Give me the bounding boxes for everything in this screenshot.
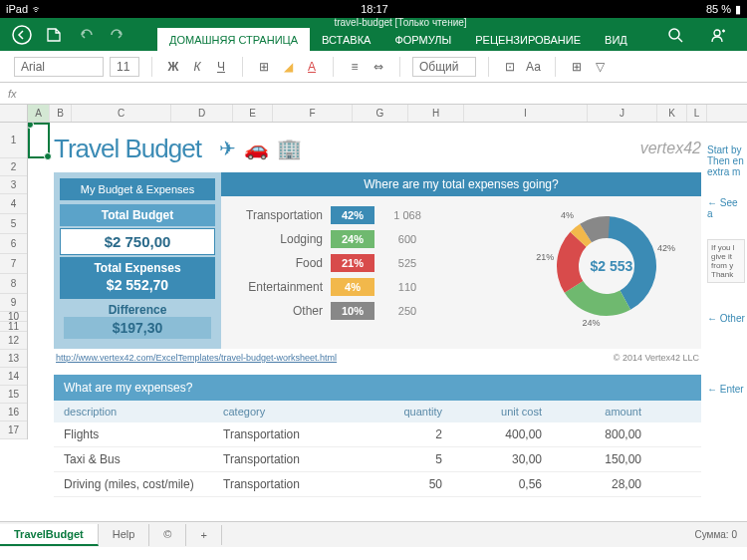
col-header[interactable]: A xyxy=(28,105,50,122)
text-button[interactable]: Аа xyxy=(525,60,543,74)
cell-styles-button[interactable]: ⊡ xyxy=(501,60,519,74)
tab-1[interactable]: ВСТАВКА xyxy=(310,28,382,52)
add-sheet-button[interactable]: + xyxy=(186,525,221,545)
col-header[interactable]: L xyxy=(687,105,707,122)
back-icon[interactable] xyxy=(10,23,34,47)
tab-0[interactable]: ДОМАШНЯЯ СТРАНИЦА xyxy=(157,28,310,52)
insert-cells-button[interactable]: ⊞ xyxy=(568,60,586,74)
cell-selection[interactable] xyxy=(28,123,50,158)
page-title: Travel Budget xyxy=(54,134,201,164)
wifi-icon: ᯤ xyxy=(32,3,43,15)
document-title: travel-budget [Только чтение] ДОМАШНЯЯ С… xyxy=(137,17,663,52)
row-header[interactable]: 14 xyxy=(0,368,27,386)
sort-filter-button[interactable]: ▽ xyxy=(592,60,610,74)
undo-icon[interactable] xyxy=(74,23,98,47)
row-header[interactable]: 2 xyxy=(0,158,27,176)
share-icon[interactable] xyxy=(705,23,729,47)
tab-2[interactable]: ФОРМУЛЫ xyxy=(382,28,463,52)
col-header[interactable]: I xyxy=(464,105,588,122)
ios-status-bar: iPadᯤ 18:17 85 %▮ xyxy=(0,0,747,18)
row-header[interactable]: 11 xyxy=(0,322,27,332)
underline-button[interactable]: Ч xyxy=(212,60,230,74)
table-row[interactable]: Driving (miles, cost/mile)Transportation… xyxy=(54,472,701,497)
font-color-button[interactable]: А xyxy=(303,60,321,74)
svg-text:42%: 42% xyxy=(657,243,675,253)
difference-label: Difference xyxy=(64,303,211,317)
template-link[interactable]: http://www.vertex42.com/ExcelTemplates/t… xyxy=(56,353,337,363)
file-icon[interactable] xyxy=(42,23,66,47)
sheet-tab[interactable]: TravelBudget xyxy=(0,524,99,546)
row-header[interactable]: 9 xyxy=(0,294,27,312)
difference-value: $197,30 xyxy=(64,317,211,339)
total-expenses-value: $2 552,70 xyxy=(64,275,211,295)
building-icon: 🏢 xyxy=(277,137,302,160)
budget-panel: My Budget & Expenses Total Budget $2 750… xyxy=(54,172,221,349)
vertex-logo: vertex42 xyxy=(640,140,701,157)
sheet-tabs: TravelBudgetHelp© + Сумма: 0 xyxy=(0,521,747,547)
category-list: Transportation42%1 068Lodging24%600Food2… xyxy=(231,206,532,326)
total-budget-value[interactable]: $2 750,00 xyxy=(60,228,215,255)
svg-point-2 xyxy=(714,30,720,36)
col-header[interactable]: D xyxy=(171,105,233,122)
table-row[interactable]: FlightsTransportation2400,00800,00 xyxy=(54,422,701,447)
col-header[interactable]: J xyxy=(588,105,657,122)
select-all-corner[interactable] xyxy=(0,105,28,122)
row-header[interactable]: 7 xyxy=(0,254,27,274)
clock: 18:17 xyxy=(361,3,388,15)
tab-3[interactable]: РЕЦЕНЗИРОВАНИЕ xyxy=(463,28,593,52)
col-header[interactable]: F xyxy=(273,105,353,122)
spreadsheet-grid[interactable]: ABCDEFGHIJKL 1234567891011121314151617 T… xyxy=(0,105,747,521)
merge-button[interactable]: ⇔ xyxy=(370,60,387,74)
row-header[interactable]: 17 xyxy=(0,421,27,439)
redo-icon[interactable] xyxy=(106,23,129,47)
border-button[interactable]: ⊞ xyxy=(255,60,273,74)
row-header[interactable]: 12 xyxy=(0,332,27,350)
tab-4[interactable]: ВИД xyxy=(593,28,639,52)
copyright: © 2014 Vertex42 LLC xyxy=(614,353,699,363)
font-name-select[interactable]: Arial xyxy=(14,57,104,77)
row-header[interactable]: 15 xyxy=(0,386,27,404)
fill-color-button[interactable]: ◢ xyxy=(279,60,297,74)
row-header[interactable]: 8 xyxy=(0,274,27,294)
plane-icon: ✈ xyxy=(219,137,236,160)
ribbon-header: travel-budget [Только чтение] ДОМАШНЯЯ С… xyxy=(0,18,747,51)
total-expenses-label: Total Expenses xyxy=(64,261,211,275)
col-header[interactable]: E xyxy=(233,105,273,122)
formula-bar[interactable]: fx xyxy=(0,83,747,105)
col-header[interactable]: B xyxy=(50,105,72,122)
col-header[interactable]: K xyxy=(657,105,687,122)
col-header[interactable]: C xyxy=(72,105,171,122)
row-header[interactable]: 3 xyxy=(0,176,27,194)
car-icon: 🚗 xyxy=(244,137,269,160)
expenses-table: What are my expenses? descriptioncategor… xyxy=(54,375,701,497)
status-sum: Сумма: 0 xyxy=(694,529,747,540)
svg-text:24%: 24% xyxy=(583,318,601,326)
row-header[interactable]: 5 xyxy=(0,214,27,234)
side-hints: Start by Then en extra m ← See a If you … xyxy=(705,140,747,419)
row-header[interactable]: 4 xyxy=(0,194,27,214)
svg-text:21%: 21% xyxy=(536,252,554,262)
row-header[interactable]: 13 xyxy=(0,350,27,368)
col-header[interactable]: H xyxy=(408,105,464,122)
italic-button[interactable]: К xyxy=(188,60,206,74)
sheet-tab[interactable]: © xyxy=(149,524,186,546)
battery-icon: ▮ xyxy=(735,3,741,16)
budget-header: My Budget & Expenses xyxy=(60,178,215,200)
sheet-tab[interactable]: Help xyxy=(99,524,150,546)
col-header[interactable]: G xyxy=(353,105,408,122)
category-row: Food21%525 xyxy=(231,254,532,272)
row-header[interactable]: 6 xyxy=(0,234,27,254)
donut-center-value: $2 553 xyxy=(591,258,633,274)
search-icon[interactable] xyxy=(663,23,687,47)
row-headers[interactable]: 1234567891011121314151617 xyxy=(0,123,28,439)
table-row[interactable]: Taxi & BusTransportation530,00150,00 xyxy=(54,447,701,472)
font-size-select[interactable]: 11 xyxy=(110,57,139,77)
donut-chart: 42%24%21%4%10% $2 553 xyxy=(532,206,691,326)
number-format-select[interactable]: Общий xyxy=(412,57,476,77)
svg-text:10%: 10% xyxy=(583,206,601,208)
bold-button[interactable]: Ж xyxy=(164,60,182,74)
row-header[interactable]: 16 xyxy=(0,404,27,421)
row-header[interactable]: 1 xyxy=(0,123,27,158)
align-button[interactable]: ≡ xyxy=(346,60,364,74)
column-headers[interactable]: ABCDEFGHIJKL xyxy=(0,105,747,123)
